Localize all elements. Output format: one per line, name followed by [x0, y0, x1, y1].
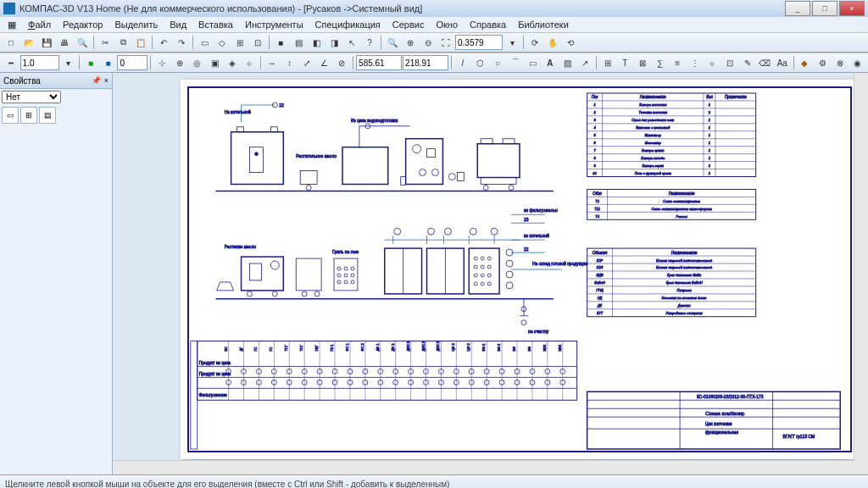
- geom-d[interactable]: ⌒: [507, 54, 524, 71]
- zoom-window-button[interactable]: 🔍: [384, 34, 401, 51]
- properties-pin-icon[interactable]: 📌: [92, 76, 101, 85]
- geom-e[interactable]: ▭: [525, 54, 542, 71]
- horizontal-scrollbar[interactable]: [113, 460, 854, 474]
- open-button[interactable]: 📂: [20, 34, 37, 51]
- leader-tool[interactable]: ↗: [576, 54, 593, 71]
- dim-d[interactable]: ∠: [316, 54, 333, 71]
- minimize-button[interactable]: _: [785, 1, 810, 16]
- zoom-out-button[interactable]: ⊖: [420, 34, 437, 51]
- menu-file[interactable]: Файл: [24, 19, 55, 30]
- geom-c[interactable]: ○: [489, 54, 506, 71]
- print-button[interactable]: 🖶: [56, 34, 73, 51]
- copy-button[interactable]: ⧉: [114, 34, 131, 51]
- svg-text:1: 1: [593, 103, 595, 107]
- coord-y-input[interactable]: [403, 55, 448, 70]
- tool-f[interactable]: ▤: [290, 34, 307, 51]
- menu-window[interactable]: Окно: [431, 19, 462, 30]
- lineweight-input[interactable]: [20, 55, 59, 70]
- new-button[interactable]: □: [3, 34, 19, 51]
- tool-g[interactable]: ◧: [308, 34, 325, 51]
- prop-tab-2[interactable]: ⊞: [20, 107, 37, 124]
- vertical-scrollbar[interactable]: [854, 73, 868, 474]
- snap-d[interactable]: ▣: [206, 54, 223, 71]
- properties-combo[interactable]: Нет: [2, 91, 61, 103]
- menu-editor[interactable]: Редактор: [58, 19, 107, 30]
- properties-close-icon[interactable]: ×: [104, 76, 108, 85]
- canvas-area[interactable]: На котельной 22 Растительное масло Из це…: [113, 73, 868, 474]
- ex-a[interactable]: ◆: [797, 54, 814, 71]
- label-l8: Растение масло: [225, 245, 257, 249]
- mod-g[interactable]: ⟐: [704, 54, 721, 71]
- close-button[interactable]: ×: [839, 1, 865, 16]
- tool-c[interactable]: ⊞: [231, 34, 248, 51]
- menu-view[interactable]: Вид: [165, 19, 191, 30]
- help-cursor-button[interactable]: ?: [361, 34, 378, 51]
- redo-button[interactable]: ↷: [173, 34, 190, 51]
- zoom-drop-icon[interactable]: ▾: [504, 34, 520, 51]
- menu-service[interactable]: Сервис: [388, 19, 429, 30]
- svg-text:ВФ: ВФ: [512, 347, 516, 352]
- mod-i[interactable]: ✎: [739, 54, 756, 71]
- drop-icon[interactable]: ▾: [60, 54, 77, 71]
- mod-e[interactable]: ≡: [669, 54, 686, 71]
- menu-insert[interactable]: Вставка: [194, 19, 237, 30]
- tool-b[interactable]: ◇: [214, 34, 231, 51]
- dim-a[interactable]: ↔: [264, 54, 281, 71]
- coord-x-input[interactable]: [356, 55, 402, 70]
- mod-h[interactable]: ⊡: [721, 54, 738, 71]
- save-button[interactable]: 💾: [38, 34, 55, 51]
- app-menu-icon[interactable]: ▦: [3, 19, 20, 31]
- geom-a[interactable]: /: [454, 54, 471, 71]
- mod-a[interactable]: ⊞: [599, 54, 616, 71]
- svg-point-67: [506, 271, 513, 278]
- menu-help[interactable]: Справка: [465, 19, 510, 30]
- menu-select[interactable]: Выделить: [110, 19, 162, 30]
- snap-b[interactable]: ⊕: [171, 54, 188, 71]
- zoom-input[interactable]: [455, 35, 503, 50]
- prop-tab-1[interactable]: ▭: [2, 107, 19, 124]
- snap-e[interactable]: ◈: [224, 54, 241, 71]
- preview-button[interactable]: 🔍: [74, 34, 91, 51]
- undo-button[interactable]: ↶: [155, 34, 172, 51]
- rebuild-button[interactable]: ⟲: [562, 34, 579, 51]
- line-style-icon[interactable]: ━: [3, 54, 19, 71]
- pan-button[interactable]: ✋: [544, 34, 561, 51]
- mod-j[interactable]: ⌫: [756, 54, 773, 71]
- cursor-button[interactable]: ↖: [343, 34, 360, 51]
- mod-k[interactable]: Aa: [774, 54, 791, 71]
- snap-c[interactable]: ◎: [189, 54, 206, 71]
- tool-e[interactable]: ■: [272, 34, 289, 51]
- dim-b[interactable]: ↕: [281, 54, 298, 71]
- snap-f[interactable]: ⟐: [241, 54, 258, 71]
- mod-d[interactable]: ∑: [652, 54, 669, 71]
- auto-input[interactable]: [117, 55, 147, 70]
- mod-c[interactable]: ⊠: [634, 54, 651, 71]
- zoom-fit-button[interactable]: ⛶: [437, 34, 454, 51]
- color2-icon[interactable]: ■: [100, 54, 117, 71]
- color-icon[interactable]: ■: [82, 54, 99, 71]
- ex-c[interactable]: ⊗: [832, 54, 849, 71]
- zoom-in-button[interactable]: ⊕: [402, 34, 419, 51]
- ex-b[interactable]: ⚙: [814, 54, 831, 71]
- menu-tools[interactable]: Инструменты: [241, 19, 308, 30]
- prop-tab-3[interactable]: ▤: [39, 107, 56, 124]
- svg-text:ДФХ 2: ДФХ 2: [421, 341, 426, 352]
- tool-a[interactable]: ▭: [196, 34, 213, 51]
- text-tool[interactable]: А: [542, 54, 559, 71]
- cut-button[interactable]: ✂: [97, 34, 114, 51]
- tool-h[interactable]: ◨: [326, 34, 342, 51]
- ex-d[interactable]: ◉: [849, 54, 865, 71]
- snap-a[interactable]: ⊹: [153, 54, 170, 71]
- menu-spec[interactable]: Спецификация: [311, 19, 385, 30]
- tool-d[interactable]: ⊡: [249, 34, 266, 51]
- maximize-button[interactable]: □: [812, 1, 837, 16]
- dim-c[interactable]: ⤢: [298, 54, 315, 71]
- hatch-tool[interactable]: ▨: [559, 54, 576, 71]
- mod-f[interactable]: ⋮: [687, 54, 704, 71]
- geom-b[interactable]: ⬡: [472, 54, 489, 71]
- paste-button[interactable]: 📋: [132, 34, 149, 51]
- dim-e[interactable]: ⊘: [333, 54, 350, 71]
- menu-lib[interactable]: Библиотеки: [514, 19, 573, 30]
- refresh-button[interactable]: ⟳: [526, 34, 543, 51]
- mod-b[interactable]: T: [617, 54, 634, 71]
